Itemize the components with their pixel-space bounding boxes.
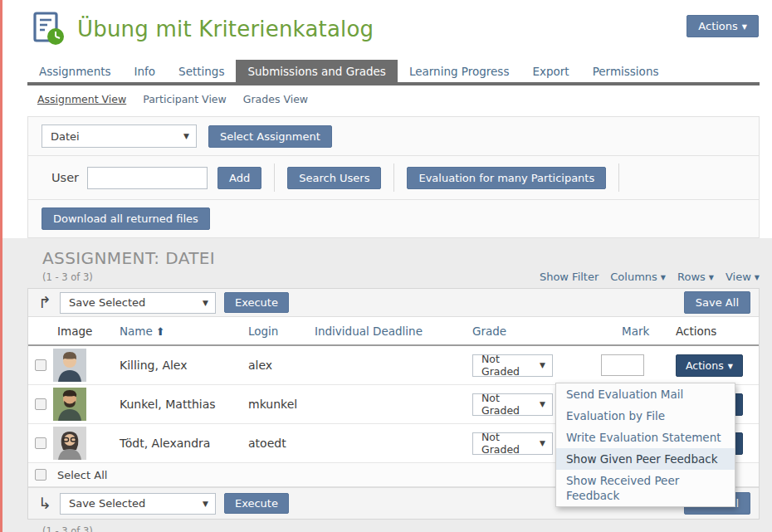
page-title: Übung mit Kriterienkatalog <box>77 17 374 41</box>
sort-ascending-icon: ⬆ <box>156 325 165 338</box>
avatar-cell <box>53 388 120 421</box>
tab-settings[interactable]: Settings <box>167 60 236 82</box>
caret-down-icon: ▼ <box>755 274 760 281</box>
participant-login: atoedt <box>248 437 315 450</box>
tab-permissions[interactable]: Permissions <box>581 60 671 82</box>
caret-down-icon: ▼ <box>183 132 189 140</box>
grade-select[interactable]: Not Graded ▼ <box>472 354 553 377</box>
caret-down-icon: ▼ <box>742 23 747 31</box>
mark-cell <box>601 354 667 376</box>
table-meta-row: (1 - 3 of 3) Show Filter Columns▼ Rows▼ … <box>42 271 760 283</box>
tab-assignments[interactable]: Assignments <box>27 60 123 82</box>
tab-info[interactable]: Info <box>123 60 168 82</box>
avatar <box>53 388 86 421</box>
avatar <box>53 427 86 460</box>
column-header-login[interactable]: Login <box>248 325 315 338</box>
page-actions-button[interactable]: Actions▼ <box>686 15 759 37</box>
tab-learning-progress[interactable]: Learning Progress <box>398 60 521 82</box>
menu-item-write-evaluation-statement[interactable]: Write Evaluation Statement <box>556 427 735 448</box>
columns-dropdown[interactable]: Columns▼ <box>610 271 666 283</box>
assignment-select[interactable]: Datei ▼ <box>42 124 197 148</box>
execute-button-top[interactable]: Execute <box>224 292 289 313</box>
avatar-cell <box>53 427 120 460</box>
toolbar-divider <box>393 164 394 192</box>
caret-down-icon: ▼ <box>540 439 545 447</box>
user-input[interactable] <box>87 167 208 189</box>
row-checkbox[interactable] <box>35 437 46 449</box>
assignment-section: ASSIGNMENT: DATEI (1 - 3 of 3) Show Filt… <box>2 238 772 532</box>
download-all-returned-files-button[interactable]: Download all returned files <box>42 207 210 230</box>
participant-name: Killing, Alex <box>120 359 248 372</box>
download-row: Download all returned files <box>28 199 759 237</box>
column-header-name[interactable]: Name⬆ <box>120 325 248 338</box>
menu-item-send-evaluation-mail[interactable]: Send Evaluation Mail <box>556 383 735 405</box>
menu-item-evaluation-by-file[interactable]: Evaluation by File <box>556 405 735 427</box>
exercise-page: Übung mit Kriterienkatalog Actions▼ Assi… <box>0 0 772 532</box>
participant-name: Tödt, Alexandra <box>120 437 248 450</box>
view-dropdown[interactable]: View▼ <box>726 271 760 283</box>
row-checkbox[interactable] <box>35 359 46 371</box>
result-range-bottom: (1 - 3 of 3) <box>42 525 772 532</box>
bulk-action-select-bottom[interactable]: Save Selected ▼ <box>60 493 216 515</box>
grade-cell: Not Graded ▼ <box>472 354 601 377</box>
row-checkbox[interactable] <box>35 398 46 410</box>
participant-login: mkunkel <box>248 398 315 411</box>
tab-bar: Assignments Info Settings Submissions an… <box>27 60 760 85</box>
column-header-mark[interactable]: Mark <box>601 325 667 338</box>
column-header-grade[interactable]: Grade <box>472 325 601 338</box>
participant-login: alex <box>248 359 315 372</box>
grade-select[interactable]: Not Graded ▼ <box>472 393 553 416</box>
participant-name: Kunkel, Matthias <box>120 398 248 411</box>
grade-select[interactable]: Not Graded ▼ <box>472 432 553 455</box>
avatar-cell <box>53 349 120 382</box>
select-assignment-button[interactable]: Select Assignment <box>208 125 332 148</box>
search-users-button[interactable]: Search Users <box>287 167 381 189</box>
row-actions-button[interactable]: Actions▼ <box>676 354 743 377</box>
participants-table: ↱ Save Selected ▼ Execute Save All Image… <box>27 288 760 520</box>
show-filter-link[interactable]: Show Filter <box>540 271 599 283</box>
table-row: Killing, Alex alex Not Graded ▼ Actions▼ <box>28 346 759 385</box>
caret-down-icon: ▼ <box>540 361 545 369</box>
tab-export[interactable]: Export <box>520 60 580 82</box>
evaluation-many-participants-button[interactable]: Evaluation for many Participants <box>407 167 606 189</box>
rows-dropdown[interactable]: Rows▼ <box>677 271 714 283</box>
column-header-actions: Actions <box>667 325 759 338</box>
column-header-image: Image <box>53 325 120 338</box>
table-toolbar-top: ↱ Save Selected ▼ Execute Save All <box>28 289 759 317</box>
table-heading: ASSIGNMENT: DATEI <box>42 248 772 268</box>
subtab-participant-view[interactable]: Participant View <box>143 93 227 105</box>
filter-toolbar: Datei ▼ Select Assignment User Add Searc… <box>27 116 760 238</box>
subtab-assignment-view[interactable]: Assignment View <box>37 93 126 105</box>
subtab-grades-view[interactable]: Grades View <box>243 93 308 105</box>
select-all-checkbox[interactable] <box>35 469 46 481</box>
caret-down-icon: ▼ <box>203 299 208 307</box>
exercise-object-icon <box>31 12 66 46</box>
actions-cell: Actions▼ <box>667 354 759 377</box>
apply-down-arrow-icon: ↳ <box>38 495 51 511</box>
table-view-links: Show Filter Columns▼ Rows▼ View▼ <box>540 271 760 283</box>
user-row: User Add Search Users Evaluation for man… <box>28 155 759 199</box>
assignment-select-row: Datei ▼ Select Assignment <box>28 117 759 155</box>
caret-down-icon: ▼ <box>203 500 208 508</box>
execute-button-bottom[interactable]: Execute <box>224 493 289 514</box>
caret-down-icon: ▼ <box>709 274 714 281</box>
apply-up-arrow-icon: ↱ <box>38 295 51 310</box>
bulk-action-select-top[interactable]: Save Selected ▼ <box>60 292 216 314</box>
add-user-button[interactable]: Add <box>217 167 261 189</box>
caret-down-icon: ▼ <box>728 363 733 370</box>
menu-item-show-received-peer-feedback[interactable]: Show Received Peer Feedback <box>556 470 735 506</box>
user-label: User <box>51 171 79 184</box>
subtab-bar: Assignment View Participant View Grades … <box>2 85 772 113</box>
column-header-individual-deadline[interactable]: Individual Deadline <box>315 325 472 338</box>
toolbar-divider <box>274 164 275 192</box>
result-range-top: (1 - 3 of 3) <box>42 271 93 283</box>
tab-submissions-and-grades[interactable]: Submissions and Grades <box>236 60 397 82</box>
toolbar-divider <box>618 164 619 192</box>
menu-item-show-given-peer-feedback[interactable]: Show Given Peer Feedback <box>556 448 735 470</box>
mark-input[interactable] <box>601 354 644 376</box>
save-all-button-top[interactable]: Save All <box>684 291 750 314</box>
caret-down-icon: ▼ <box>661 274 666 281</box>
row-actions-menu: Send Evaluation Mail Evaluation by File … <box>555 383 735 507</box>
page-header: Übung mit Kriterienkatalog Actions▼ <box>2 0 772 50</box>
avatar <box>53 349 86 382</box>
